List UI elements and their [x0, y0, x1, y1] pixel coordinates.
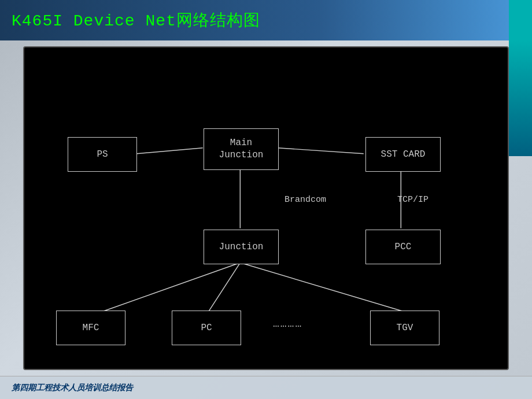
svg-line-5 [278, 148, 364, 154]
svg-line-10 [240, 263, 404, 311]
node-sst-card: SST CARD [365, 137, 441, 172]
footer: 第四期工程技术人员培训总结报告 [0, 376, 532, 399]
network-diagram: PS Main Junction SST CARD Junction PCC M… [24, 47, 508, 369]
node-main-junction: Main Junction [204, 128, 279, 170]
label-dots: ………… [273, 318, 302, 330]
header: K465I Device Net网络结构图 [0, 0, 532, 40]
svg-line-9 [209, 263, 241, 311]
label-tcpip: TCP/IP [397, 195, 428, 205]
label-brandcom: Brandcom [285, 195, 326, 205]
node-pcc: PCC [365, 230, 441, 264]
teal-accent-right [509, 40, 532, 156]
main-diagram-area: PS Main Junction SST CARD Junction PCC M… [23, 46, 509, 370]
svg-line-8 [102, 263, 240, 311]
node-junction: Junction [204, 230, 279, 264]
node-mfc: MFC [56, 311, 125, 345]
page-title: K465I Device Net网络结构图 [12, 9, 260, 31]
node-pc: PC [172, 311, 241, 345]
node-tgv: TGV [370, 311, 439, 345]
svg-line-4 [137, 148, 203, 154]
header-teal-accent [509, 0, 532, 40]
footer-text: 第四期工程技术人员培训总结报告 [12, 383, 133, 393]
node-ps: PS [68, 137, 137, 172]
